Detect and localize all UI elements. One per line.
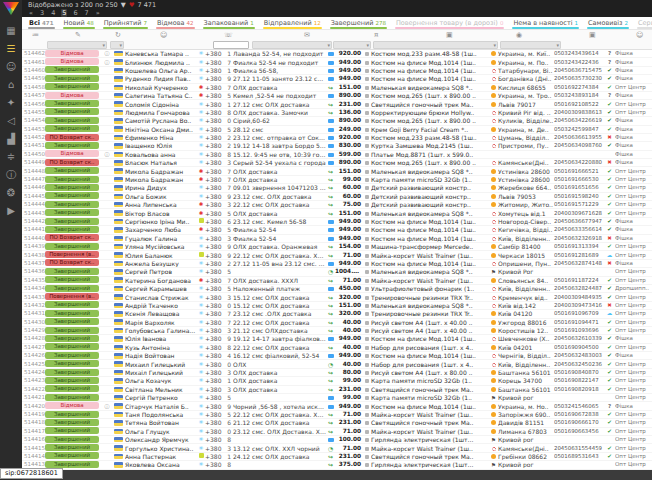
pagination-page-5[interactable]: 5 — [61, 9, 67, 17]
stats-icon[interactable]: ▟ — [2, 130, 20, 147]
order-row[interactable]: 514451ЗавершенийІващенко Юлія✳+380219.12… — [22, 142, 652, 150]
address-filter[interactable]: ▾ — [500, 41, 561, 49]
pagination-page-7[interactable]: 7 — [84, 9, 90, 17]
tab-Запакований[interactable]: Запакований1 — [203, 17, 255, 29]
orders-list-icon[interactable]: ☰ — [2, 40, 20, 57]
order-row[interactable]: 514419ЗавершенийТаня Подолянська✳+380522… — [22, 411, 652, 419]
order-row[interactable]: 514416ЗавершенийОлександр Яремчук✳+38081… — [22, 436, 652, 444]
order-total: 949.00 — [335, 75, 363, 82]
dashboard-icon[interactable]: ▦ — [2, 22, 20, 39]
order-row[interactable]: 514431ЗавершенийКсенія Леващова✳+380723.… — [22, 310, 652, 318]
order-row[interactable]: 514432ЗавершенийАндрій Ткаченко✳+380015.… — [22, 302, 652, 310]
info-circle-icon[interactable]: ⓘ — [2, 166, 20, 183]
cart-icon[interactable]: ✦ — [2, 94, 20, 111]
delivery-address: Житомир, Жито.. — [498, 201, 554, 208]
order-row[interactable]: 514461ВідмоваⓘБлизнюк Людмила ..✳+3807Фи… — [22, 58, 652, 66]
order-row[interactable]: 514415ЗавершенийГоргулько Христина..✳+38… — [22, 444, 652, 452]
pagination-page-6[interactable]: 6 — [72, 9, 78, 17]
order-row[interactable]: 514434ЗавершенийСергей Карамышев✳+3805На… — [22, 285, 652, 293]
product-name: Костюм на флисе Мод.1014 (1ш.. — [371, 235, 489, 242]
order-row[interactable]: 514448ЗавершенийМикола Бадражан✱+3807ОЛХ… — [22, 167, 652, 175]
order-status: Відмова — [45, 150, 103, 158]
order-row[interactable]: 514425ЗавершенийМихаил Гилецький✳+3800ОЛ… — [22, 360, 652, 368]
announcements-icon[interactable]: ◁ — [2, 112, 20, 129]
order-row[interactable]: 514454ЗавершенийСамотій Руслана Во..✳+38… — [22, 117, 652, 125]
clients-icon[interactable]: ☺ — [2, 58, 20, 75]
order-row[interactable]: 514446ЗавершенийИрина Дидух✳+380709.01 з… — [22, 184, 652, 192]
order-row[interactable]: 514426ЗавершенийНадія Войтован✳+380416.1… — [22, 352, 652, 360]
client-phone: +380 — [205, 142, 223, 149]
client-phone: +380 — [205, 310, 223, 317]
status-info-icon: ⓘ — [103, 50, 111, 57]
tab-Всі[interactable]: Всі471 — [28, 17, 55, 29]
order-row[interactable]: 514427ЗавершенийКузь Антоніна✳+380822.12… — [22, 344, 652, 352]
order-row[interactable]: 514430ЗавершенийМарія Вархоляк✳+380722.1… — [22, 319, 652, 327]
order-row[interactable]: 514442ЗавершенийСергіюнко Іріна Ми..+380… — [22, 218, 652, 226]
status-filter[interactable]: ▾ — [47, 41, 107, 49]
pagination-first-icon[interactable]: « — [28, 9, 34, 17]
order-row[interactable]: 514413ЗавершенийЯковлева Оксана✳+3808↪37… — [22, 461, 652, 469]
source-asterisk-icon: ✳ — [199, 50, 204, 56]
app-logo-icon[interactable] — [3, 2, 19, 15]
order-row[interactable]: 514441ЗавершенийЗахарченко Люба✱+3805Фиа… — [22, 226, 652, 234]
tab-Прийнятий[interactable]: Прийнятий7 — [103, 17, 148, 29]
order-row[interactable]: 514450ВідмоваⓘКовальова анна✳+380815.12.… — [22, 151, 652, 159]
order-row[interactable]: 514429ЗавершенийГолубовська Галина В..✳+… — [22, 327, 652, 335]
order-row[interactable]: 514452ПО Возврат ск..Єфименко Ніна✳+3802… — [22, 134, 652, 142]
order-row[interactable]: 514420ВідмоваⓘСітарчук Наталія Б..✳+3809… — [22, 402, 652, 410]
order-row[interactable]: 514424ЗавершенийМихаіл Гилецький✳+3803ОЛ… — [22, 369, 652, 377]
order-row[interactable]: 514422ЗавершенийСвітлана Мельник✳+3803ОЛ… — [22, 386, 652, 394]
order-row[interactable]: 514435ЗавершенийКатерина Богданова✱+3807… — [22, 277, 652, 285]
order-row[interactable]: 514456ЗавершенийСоломія Сідоніна✳+380127… — [22, 100, 652, 108]
payment-filter[interactable]: ▾ — [333, 41, 371, 49]
order-row[interactable]: 514428ЗавершенийЮлія Іванова✳+380919.12 … — [22, 335, 652, 343]
order-row[interactable]: 514457ВідмоваСалегина Татьяна С..✱+3805К… — [22, 92, 652, 100]
order-row[interactable]: 514436ЗавершенийСергей Петров✳+3805◔1004… — [22, 268, 652, 276]
pagination-page-4[interactable]: 4 — [50, 9, 56, 17]
order-total: 450.00 — [335, 285, 363, 292]
order-row[interactable]: 514443ЗавершенийВіктор Власов✱+3805ОЛХ д… — [22, 209, 652, 217]
pagination-last-icon[interactable]: » — [95, 9, 101, 17]
order-row[interactable]: 514459ЗавершенийРуденко Лидия Пав..✳+380… — [22, 75, 652, 83]
order-row[interactable]: 514437ПО Возврат ск..Анжела Безушку✳+380… — [22, 260, 652, 268]
order-row[interactable]: 514433Повернення (в..Станислав Стрижак✳+… — [22, 293, 652, 301]
tab-Повернення товару (в дорозі)[interactable]: Повернення товару (в дорозі)0 — [395, 17, 504, 29]
order-row[interactable]: 514445ЗавершенийОльга Божик✳+380923.12 с… — [22, 193, 652, 201]
settings-sliders-icon[interactable]: ≑ — [2, 148, 20, 165]
status-badge: Завершений — [45, 176, 99, 183]
phone-search-input[interactable] — [213, 41, 249, 49]
order-row[interactable]: 514447ЗавершенийМикола Бадражан✱+3807ОЛХ… — [22, 176, 652, 184]
flag-filter[interactable]: ▾ — [110, 41, 124, 49]
tab-Самовивіз[interactable]: Самовивіз2 — [587, 17, 629, 29]
order-row[interactable]: 514439ЗавершенийУляна Мусійовська✳+3809О… — [22, 243, 652, 251]
product-filter[interactable]: ▾ — [373, 41, 498, 49]
shop-icon[interactable]: ⌂ — [2, 76, 20, 93]
video-tutorials-icon[interactable]: ▶ — [2, 202, 20, 219]
tab-Нема в наявності[interactable]: Нема в наявності1 — [512, 17, 579, 29]
order-row[interactable]: 514462ВідмоваⓘКаневська Тамара ..✳+3801Л… — [22, 50, 652, 58]
order-row[interactable]: 514438Повернення (в..Юлия Баланюк+380922… — [22, 251, 652, 259]
order-row[interactable]: 514423ЗавершенийОльга Козачук✳+3801ОЛХ д… — [22, 377, 652, 385]
tab-Завершений[interactable]: Завершений278 — [330, 17, 387, 29]
order-row[interactable]: 514440ПО Возврат ск..Гуцалюк Галина✳+380… — [22, 235, 652, 243]
order-row[interactable]: 514460ЗавершенийКошелева Ольга Ар..✳+380… — [22, 67, 652, 75]
order-row[interactable]: 514458ЗавершенийНиколай Кучеренко✱+3807О… — [22, 84, 652, 92]
order-row[interactable]: 514418ЗавершенийТетяна Войтован✳+380621.… — [22, 419, 652, 427]
tab-Сервіси[interactable]: Сервіси0 — [637, 17, 652, 29]
pagination-page-3[interactable]: 3 — [39, 9, 45, 17]
order-row[interactable]: 514455ЗавершенийЛюдмила Гончарова✳+3808О… — [22, 109, 652, 117]
order-row[interactable]: 514444ЗавершенийАнна Липенська✱+380322.1… — [22, 201, 652, 209]
order-row[interactable]: 514453ЗавершенийНікітіна Оксана Дми..✳+3… — [22, 126, 652, 134]
tab-Відмова[interactable]: Відмова42 — [156, 17, 194, 29]
order-row[interactable]: 514449ПО Возврат ск..Власюк Наталья✳+380… — [22, 159, 652, 167]
tab-Новий[interactable]: Новий48 — [63, 17, 95, 29]
order-row[interactable]: 514417ЗавершенийОльга Глущук✳+380023.12 … — [22, 428, 652, 436]
page-size-caret-icon[interactable]: ▼ — [121, 1, 126, 9]
ukraine-flag-icon — [114, 118, 123, 124]
support-icon[interactable]: ❂ — [2, 184, 20, 201]
tab-Відправлений[interactable]: Відправлений12 — [263, 17, 322, 29]
comment-filter[interactable]: ▾ — [252, 41, 332, 49]
client-name: Станислав Стрижак — [125, 294, 197, 301]
order-row[interactable]: 514414ЗавершенийАнна Пастернак+380124.12… — [22, 453, 652, 461]
order-row[interactable]: 514421ЗавершенийСергій Петренко✳+380599.… — [22, 394, 652, 402]
